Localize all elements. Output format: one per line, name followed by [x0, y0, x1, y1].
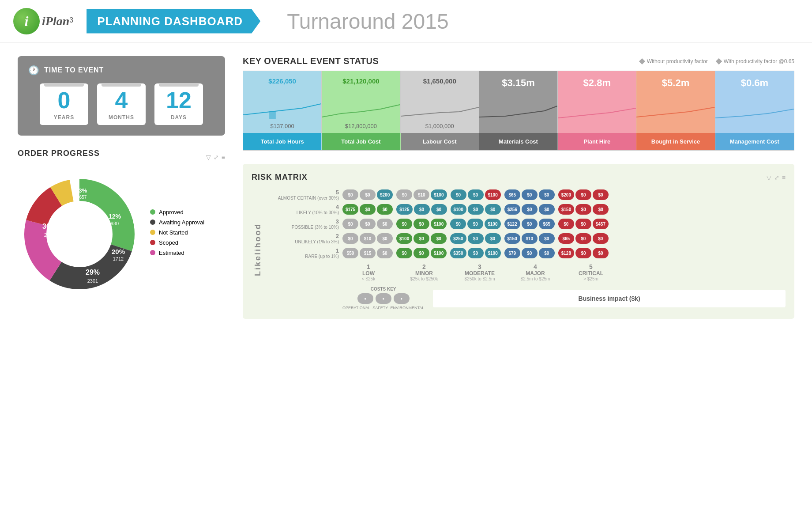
main-content: 🕐 TIME TO EVENT 0 YEARS 4 MONTHS 12 DAYS: [0, 43, 812, 332]
approved-dot: [150, 209, 155, 215]
ks-col-1-bot: $12,800,000: [322, 119, 400, 133]
risk-cell-5-4: $65 $0 $0: [504, 189, 555, 200]
ks-spark-0: [243, 95, 322, 119]
ks-header: KEY OVERALL EVENT STATUS Without product…: [243, 56, 794, 66]
risk-row-5: 5 ALMOST CERTAIN (over 30%) $0 $0 $200 $…: [268, 189, 786, 201]
risk-row-4-label: 4 LIKELY (10% to 30%): [268, 204, 339, 215]
risk-row-4-cells: $175 $0 $0 $125 $0 $0 $100 $: [342, 204, 609, 215]
svg-text:2301: 2301: [87, 278, 98, 284]
ks-col-5-top: $5.2m: [636, 71, 715, 95]
svg-text:657: 657: [79, 195, 87, 200]
order-progress-legend: Approved Awaiting Approval Not Started S…: [150, 209, 204, 260]
risk-x-labels: 1 LOW < $25k 2 MINOR $25k to $250k 3 MOD…: [342, 263, 786, 281]
risk-row-3-cells: $0 $0 $0 $0 $0 $100 $0 $0: [342, 219, 609, 229]
risk-row-2-cells: $0 $10 $0 $100 $0 $0 $250 $0: [342, 233, 609, 244]
order-progress-title: ORDER PROGRESS: [18, 149, 100, 158]
filter-icon[interactable]: ▽: [206, 154, 211, 161]
legend-estimated: Estimated: [150, 250, 204, 256]
ks-col-1-top: $21,120,000: [322, 71, 400, 95]
ks-col-0-label: Total Job Hours: [243, 133, 322, 150]
legend-scoped: Scoped: [150, 239, 204, 246]
logo: i iPlan3: [13, 8, 73, 34]
costs-env-bubble: ●: [394, 293, 410, 304]
business-impact-label: Business impact ($k): [433, 290, 786, 307]
risk-row-4: 4 LIKELY (10% to 30%) $175 $0 $0 $125: [268, 204, 786, 215]
ks-col-3-top: $3.15m: [479, 71, 558, 95]
risk-row-3: 3 POSSIBLE (3% to 10%) $0 $0 $0 $0: [268, 218, 786, 230]
logo-circle: i: [13, 8, 40, 34]
risk-cell-5-2: $0 $10 $100: [396, 189, 447, 200]
donut-svg: 30% 2400 29% 2301 20% 1712 12% 930 3% 65: [18, 172, 141, 296]
risk-row-5-cells: $0 $0 $200 $0 $10 $100 $0 $0: [342, 189, 609, 200]
risk-x-col-3: 3 MODERATE $250k to $2.5m: [454, 263, 506, 281]
risk-row-3-label: 3 POSSIBLE (3% to 10%): [268, 218, 339, 230]
diamond-with-factor: [716, 58, 722, 64]
time-to-event-widget: 🕐 TIME TO EVENT 0 YEARS 4 MONTHS 12 DAYS: [18, 56, 225, 136]
svg-text:29%: 29%: [86, 269, 100, 276]
dashboard-title: Turnaround 2015: [287, 9, 449, 34]
ks-col-5-bot: [636, 119, 715, 133]
svg-marker-15: [269, 111, 276, 119]
donut-chart: 30% 2400 29% 2301 20% 1712 12% 930 3% 65: [18, 172, 141, 296]
risk-x-col-2: 2 MINOR $25k to $250k: [398, 263, 450, 281]
ks-col-3-bot: [479, 119, 558, 133]
svg-text:3%: 3%: [79, 187, 87, 194]
risk-controls[interactable]: ▽ ⤢ ≡: [767, 174, 786, 181]
risk-bottom-row: COSTS KEY ● ● ● OPERATIONAL SAFETY ENVIR…: [342, 287, 786, 310]
logo-text: iPlan3: [42, 14, 73, 28]
risk-filter-icon[interactable]: ▽: [767, 174, 771, 181]
tte-years: 0 YEARS: [40, 83, 88, 125]
right-column: KEY OVERALL EVENT STATUS Without product…: [243, 56, 794, 319]
svg-text:930: 930: [111, 221, 119, 226]
risk-row-2: 2 UNLIKELY (1% to 3%) $0 $10 $0 $100: [268, 233, 786, 244]
ks-spark-2: [401, 95, 479, 119]
ks-col-6-bot: [715, 119, 794, 133]
tte-header: 🕐 TIME TO EVENT: [28, 65, 214, 76]
legend-awaiting: Awaiting Approval: [150, 219, 204, 226]
ks-spark-1: [322, 95, 400, 119]
estimated-dot: [150, 250, 155, 255]
ks-title: KEY OVERALL EVENT STATUS: [243, 56, 379, 66]
risk-menu-icon[interactable]: ≡: [782, 174, 786, 181]
ks-col-2-top: $1,650,000: [401, 71, 479, 95]
costs-safety-bubble: ●: [376, 293, 391, 304]
ks-col-5-label: Bought in Service: [636, 133, 715, 150]
risk-cell-5-3: $0 $0 $100: [451, 189, 501, 200]
svg-text:2400: 2400: [44, 232, 55, 238]
ks-col-2-label: Labour Cost: [401, 133, 479, 150]
risk-title: RISK MATRIX: [252, 173, 308, 182]
ks-col-6-label: Management Cost: [715, 133, 794, 150]
svg-text:12%: 12%: [109, 213, 121, 220]
svg-text:20%: 20%: [112, 248, 125, 255]
diamond-no-factor: [639, 58, 645, 64]
risk-cell-5-5: $200 $0 $0: [558, 189, 609, 200]
expand-icon[interactable]: ⤢: [214, 154, 219, 161]
op-controls[interactable]: ▽ ⤢ ≡: [206, 154, 225, 161]
risk-x-col-1: 1 LOW < $25k: [342, 263, 395, 281]
costs-key-bubbles: ● ● ●: [342, 293, 424, 304]
tte-months: 4 MONTHS: [97, 83, 146, 125]
awaiting-dot: [150, 219, 155, 225]
ks-col-1-label: Total Job Cost: [322, 133, 400, 150]
ks-col-4-top: $2.8m: [558, 71, 636, 95]
costs-key-labels: OPERATIONAL SAFETY ENVIRONMENTAL: [342, 306, 424, 310]
legend-not-started: Not Started: [150, 229, 204, 236]
ks-spark-4: [558, 95, 636, 119]
risk-row-1: 1 RARE (up to 1%) $50 $15 $0 $0 $0: [268, 247, 786, 259]
ks-col-2-bot: $1,000,000: [401, 119, 479, 133]
tte-boxes: 0 YEARS 4 MONTHS 12 DAYS: [28, 83, 214, 125]
ks-col-3-label: Materials Cost: [479, 133, 558, 150]
clock-icon: 🕐: [28, 65, 40, 76]
risk-expand-icon[interactable]: ⤢: [774, 174, 779, 181]
risk-row-1-cells: $50 $15 $0 $0 $0 $100 $350 $: [342, 248, 609, 258]
risk-matrix-content: Likelihood 5 ALMOST CERTAIN (over 30%) $…: [252, 189, 786, 310]
risk-cell-5-1: $0 $0 $200: [342, 189, 393, 200]
order-progress-widget: ORDER PROGRESS ▽ ⤢ ≡: [18, 149, 225, 296]
tte-days: 12 DAYS: [154, 83, 203, 125]
ks-spark-6: [715, 95, 794, 119]
risk-row-1-label: 1 RARE (up to 1%): [268, 247, 339, 259]
risk-row-2-label: 2 UNLIKELY (1% to 3%): [268, 233, 339, 244]
menu-icon[interactable]: ≡: [222, 154, 225, 161]
ks-col-0-bot: $137,000: [243, 119, 322, 133]
ks-legend-no-factor: Without productivity factor: [640, 58, 708, 64]
